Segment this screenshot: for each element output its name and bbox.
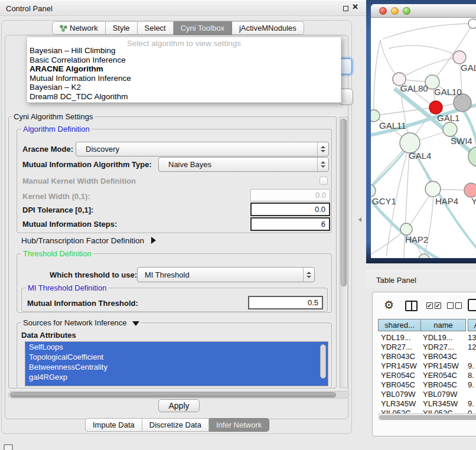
partial-table-icon[interactable] [468, 299, 476, 311]
close-icon[interactable]: ✕ [352, 2, 358, 11]
network-canvas[interactable]: GAL80 GAL10 GAL1 GAL11 SWI4 GAL4 GCY1 HA… [371, 18, 476, 258]
node-label: GAL80 [400, 83, 428, 93]
table-row[interactable]: YBL079WYBL079W [378, 390, 476, 399]
kernel-width-field[interactable]: 0.0 [250, 189, 330, 201]
unchecked-checkbox-icon[interactable] [455, 302, 462, 309]
algorithm-definition-title: Algorithm Definition [21, 125, 92, 133]
table-row[interactable]: YBR045CYBR045C9. [378, 380, 476, 390]
manual-kernel-checkbox[interactable] [319, 177, 328, 185]
node-label: GCY1 [372, 196, 396, 206]
mi-threshold-value: 0.5 [308, 298, 318, 307]
sources-title-label: Sources for Network Inference [23, 318, 127, 327]
zoom-traffic-light-icon[interactable] [403, 7, 410, 15]
node-label: GAL10 [434, 87, 462, 97]
table-row[interactable]: YDL19...YDL19...13 [378, 333, 476, 343]
tab-select[interactable]: Select [138, 21, 174, 35]
scrollbar-thumb[interactable] [10, 392, 336, 397]
algorithm-placeholder: Select algorithm to view settings [27, 37, 341, 46]
column-header-name[interactable]: name [420, 319, 466, 331]
table-row[interactable]: YBR043CYBR043C [378, 352, 476, 361]
cyni-bottom-tabs: Impute Data Discretize Data Infer Networ… [85, 418, 269, 432]
gear-icon[interactable]: ⚙ [384, 298, 394, 312]
control-panel-title: Control Panel [6, 4, 53, 13]
tab-jactivemnodules[interactable]: jActiveMNodules [232, 21, 304, 35]
node-gcy1[interactable] [371, 184, 376, 197]
apply-button[interactable]: Apply [158, 399, 200, 412]
table-horizontal-scrollbar[interactable] [378, 413, 476, 420]
mi-threshold-field[interactable]: 0.5 [248, 296, 323, 309]
table-row[interactable]: YDR27...YDR27...12 [378, 343, 476, 352]
table-row[interactable]: YLR345WYLR345W9. [378, 399, 476, 409]
column-header-shared[interactable]: shared... [378, 319, 421, 331]
tab-impute-data-label: Impute Data [93, 419, 135, 431]
node-gal-pink[interactable] [453, 51, 466, 64]
tab-cyni-toolbox[interactable]: Cyni Toolbox [174, 21, 232, 35]
settings-vertical-scrollbar[interactable] [340, 117, 348, 388]
network-window-inner: GAL80 GAL10 GAL1 GAL11 SWI4 GAL4 GCY1 HA… [371, 4, 476, 258]
list-item-partial[interactable] [25, 382, 328, 386]
algorithm-option[interactable]: Basic Correlation Inference [27, 56, 341, 65]
combo-stepper-icon[interactable] [317, 142, 328, 156]
mi-steps-field[interactable]: 6 [250, 217, 330, 231]
bottom-left-partial-icon[interactable] [4, 444, 13, 450]
node-hap4[interactable] [425, 181, 441, 197]
combo-stepper-icon[interactable] [317, 158, 328, 171]
splitter-grip-icon[interactable] [358, 217, 361, 222]
table-row[interactable]: YER054CYER054C8. [378, 371, 476, 380]
aracne-mode-combo[interactable]: Discovery [76, 142, 329, 156]
tab-impute-data[interactable]: Impute Data [85, 418, 142, 432]
minimize-traffic-light-icon[interactable] [391, 7, 399, 15]
tab-style[interactable]: Style [106, 21, 138, 35]
node-gal4[interactable] [400, 133, 420, 153]
node-swi4[interactable] [443, 122, 457, 136]
node-partial-bottom[interactable] [419, 254, 429, 258]
mi-steps-label: Mutual Information Steps: [22, 220, 117, 229]
scrollbar-thumb[interactable] [379, 415, 476, 420]
unchecked-checkbox-icon[interactable] [447, 302, 454, 309]
screenshot-root: Control Panel ✕ Network Style Select Cyn… [0, 0, 476, 450]
table-row[interactable]: YPR145WYPR145W9. [378, 361, 476, 371]
table-panel-titlebar: Table Panel [366, 270, 476, 288]
node-gal11[interactable] [371, 110, 380, 122]
table-rows: YDL19...YDL19...13 YDR27...YDR27...12 YB… [378, 331, 476, 413]
list-item[interactable]: SelfLoops [25, 342, 328, 352]
tab-infer-network[interactable]: Infer Network [209, 418, 269, 432]
network-window-titlebar[interactable] [371, 4, 476, 18]
node-partial-top[interactable] [468, 19, 476, 28]
close-traffic-light-icon[interactable] [379, 7, 387, 15]
threshold-definition-title: Threshold Definition [21, 249, 93, 258]
algorithm-option[interactable]: Bayesian – K2 [27, 83, 341, 92]
checked-checkbox-icon[interactable]: ✓ [426, 302, 433, 309]
sources-group-title[interactable]: Sources for Network Inference [21, 318, 141, 327]
node-gal1-red[interactable] [429, 101, 442, 114]
tab-discretize-data[interactable]: Discretize Data [142, 418, 209, 432]
checked-checkbox-icon[interactable]: ✓ [435, 302, 441, 309]
list-scrollbar-thumb[interactable] [320, 344, 326, 379]
dpi-tolerance-field[interactable]: 0.0 [250, 203, 330, 216]
data-attributes-list[interactable]: SelfLoops TopologicalCoefficient Between… [25, 341, 328, 386]
tab-style-label: Style [113, 22, 130, 34]
mi-type-label: Mutual Information Algorithm Type: [22, 160, 152, 169]
scrollbar-thumb[interactable] [341, 119, 347, 286]
table-row[interactable]: YIL052CYIL052C0. [378, 409, 476, 413]
which-threshold-combo[interactable]: MI Threshold [137, 267, 315, 282]
list-item[interactable]: TopologicalCoefficient [25, 352, 328, 362]
float-window-icon[interactable] [343, 6, 348, 11]
node-hap2[interactable] [400, 223, 412, 235]
hub-tf-section-header[interactable]: Hub/Transcription Factor Definition [21, 236, 156, 245]
algorithm-option-selected[interactable]: ARACNE Algorithm [27, 64, 341, 74]
tab-network[interactable]: Network [52, 21, 106, 35]
chevron-down-icon[interactable] [132, 321, 139, 326]
list-item[interactable]: gal4RGexp [25, 372, 328, 382]
list-item[interactable]: BetweennessCentrality [25, 362, 328, 372]
mi-type-combo[interactable]: Naive Bayes [158, 157, 329, 172]
algorithm-option[interactable]: Dream8 DC_TDC Algorithm [27, 92, 341, 102]
combo-stepper-icon[interactable] [303, 268, 314, 282]
settings-horizontal-scrollbar[interactable] [8, 391, 349, 399]
algorithm-option[interactable]: Mutual Information Inference [27, 74, 341, 83]
tab-cyni-toolbox-label: Cyni Toolbox [181, 22, 224, 34]
split-columns-icon[interactable] [405, 301, 418, 311]
chevron-right-icon[interactable] [151, 237, 156, 244]
column-header-partial[interactable]: A [468, 319, 476, 331]
node-y-salmon[interactable] [464, 183, 476, 197]
